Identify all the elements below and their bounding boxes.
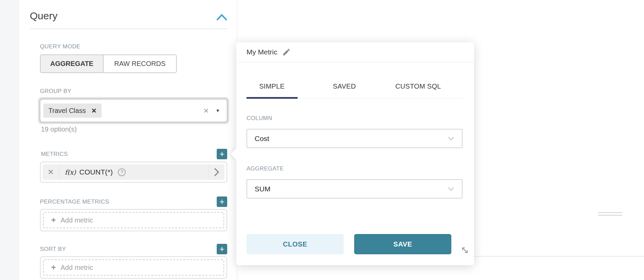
close-button[interactable]: CLOSE xyxy=(246,234,344,254)
raw-records-option[interactable]: RAW RECORDS xyxy=(104,55,176,72)
popover-resize-handle[interactable] xyxy=(460,246,469,255)
metric-item-container: ✕ f(x) COUNT(*) ? xyxy=(40,162,227,183)
collapse-section-button[interactable] xyxy=(216,13,228,22)
chevron-up-icon xyxy=(216,13,228,22)
aggregate-select[interactable]: SUM xyxy=(246,179,463,199)
expand-metric-button[interactable] xyxy=(209,168,224,177)
tab-saved[interactable]: SAVED xyxy=(333,83,356,90)
selected-tag[interactable]: Travel Class ✕ xyxy=(43,103,102,118)
add-percentage-metric-button[interactable]: + xyxy=(217,196,227,207)
sort-by-label: SORT BY xyxy=(40,246,66,253)
percentage-metric-dropzone[interactable]: + Add metric xyxy=(40,209,227,231)
chart-builder-screen: { "panel": { "title": "Query", "query_mo… xyxy=(0,0,644,280)
remove-tag-icon[interactable]: ✕ xyxy=(91,107,96,115)
aggregate-option[interactable]: AGGREGATE xyxy=(41,55,104,72)
edit-name-button[interactable] xyxy=(282,48,291,56)
chevron-down-icon xyxy=(448,136,454,141)
remove-metric-icon[interactable]: ✕ xyxy=(43,168,59,176)
tag-label: Travel Class xyxy=(48,107,86,115)
plus-icon: + xyxy=(51,263,56,272)
aggregate-label: AGGREGATE xyxy=(246,165,284,172)
save-button[interactable]: SAVE xyxy=(354,234,451,254)
chevron-right-icon xyxy=(214,168,219,177)
plus-icon: + xyxy=(51,216,56,224)
section-divider xyxy=(30,28,227,29)
column-value: Cost xyxy=(255,135,448,143)
metric-expression: COUNT(*) xyxy=(79,168,113,176)
query-section-title: Query xyxy=(30,10,58,22)
popover-header: My Metric xyxy=(236,42,474,62)
help-icon[interactable]: ? xyxy=(118,168,126,176)
percentage-metrics-label: PERCENTAGE METRICS xyxy=(40,199,109,205)
metrics-label: METRICS xyxy=(41,151,68,158)
metric-editor-popover: My Metric SIMPLE SAVED CUSTOM SQL COLUMN… xyxy=(236,42,474,265)
group-by-select-focus-ring: Travel Class ✕ × ▼ xyxy=(38,97,229,124)
tab-simple[interactable]: SIMPLE xyxy=(259,83,284,90)
add-sort-metric-button[interactable]: + xyxy=(217,244,227,254)
active-tab-indicator xyxy=(246,97,298,99)
metric-name: My Metric xyxy=(246,48,277,56)
add-metric-button[interactable]: + xyxy=(217,149,227,159)
tab-custom-sql[interactable]: CUSTOM SQL xyxy=(395,83,441,90)
group-by-label: GROUP BY xyxy=(40,88,71,95)
metric-item[interactable]: ✕ f(x) COUNT(*) ? xyxy=(43,164,224,180)
popover-arrow xyxy=(231,148,242,160)
add-metric-placeholder: Add metric xyxy=(61,216,93,224)
add-metric-placeholder: Add metric xyxy=(61,264,93,272)
resize-drag-handle[interactable] xyxy=(598,215,622,216)
column-label: COLUMN xyxy=(246,115,272,122)
metric-tabs: SIMPLE SAVED CUSTOM SQL xyxy=(246,80,463,99)
left-gutter-strip xyxy=(0,0,19,280)
function-icon: f(x) xyxy=(65,168,76,176)
pencil-icon xyxy=(282,48,291,56)
query-mode-label: QUERY MODE xyxy=(40,43,81,50)
metric-separator xyxy=(59,164,59,180)
chevron-down-icon xyxy=(448,187,454,191)
clear-select-icon[interactable]: × xyxy=(203,106,209,115)
aggregate-value: SUM xyxy=(255,185,448,193)
query-mode-toggle: AGGREGATE RAW RECORDS xyxy=(40,54,177,73)
resize-drag-handle[interactable] xyxy=(598,212,622,213)
group-by-select[interactable]: Travel Class ✕ × ▼ xyxy=(40,99,228,122)
dropdown-caret-icon[interactable]: ▼ xyxy=(215,108,220,113)
column-select[interactable]: Cost xyxy=(246,129,463,148)
sort-by-dropzone[interactable]: + Add metric xyxy=(40,256,227,279)
diagonal-resize-icon xyxy=(460,246,469,255)
options-count-hint: 19 option(s) xyxy=(41,125,77,133)
